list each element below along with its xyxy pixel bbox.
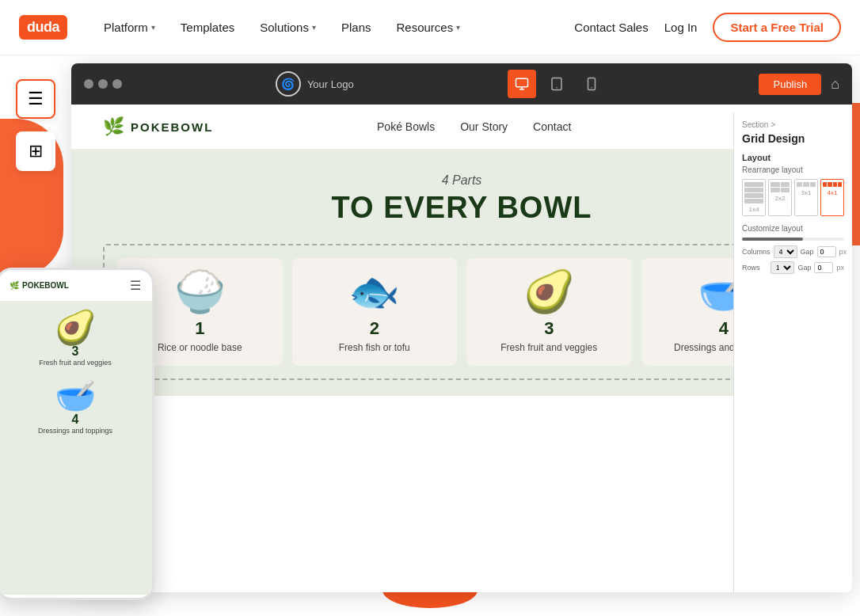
editor-topbar-right: Publish ⌂ xyxy=(759,74,839,95)
website-logo: 🌿 POKEBOWL xyxy=(103,116,213,137)
columns-select[interactable]: 4123 xyxy=(774,245,797,258)
item-num-1: 1 xyxy=(195,318,204,339)
start-free-trial-button[interactable]: Start a Free Trial xyxy=(713,13,841,42)
layout-bar xyxy=(803,182,809,187)
bowl-grid: 🍚 1 Rice or noodle base 🐟 2 Fresh fish o… xyxy=(103,244,820,380)
layout-1x4[interactable]: 1x4 xyxy=(742,179,766,216)
device-switcher xyxy=(508,70,606,98)
editor-logo-text: Your Logo xyxy=(307,78,354,90)
rows-field-row: Rows 123 Gap px xyxy=(742,261,844,274)
navbar: duda Platform ▾ Templates Solutions ▾ Pl… xyxy=(0,0,860,55)
customize-bar-row xyxy=(742,238,844,241)
layout-options: 1x4 2x2 3 xyxy=(742,179,844,216)
bowl-subtitle: 4 Parts xyxy=(103,173,820,188)
layout-bar xyxy=(781,188,790,192)
panel-rearrange-label: Rearrange layout xyxy=(742,165,844,174)
dot-1 xyxy=(84,79,93,89)
item-label-1: Rice or noodle base xyxy=(158,342,242,353)
row-gap-label: Gap xyxy=(797,264,812,272)
layout-bar xyxy=(744,182,763,187)
bowl-item-3: 🥑 3 Fresh fruit and veggies xyxy=(466,258,632,366)
mobile-device-button[interactable] xyxy=(577,70,606,98)
bowl-title: TO EVERY BOWL xyxy=(103,191,820,225)
pokebowl-logo-text: POKEBOWL xyxy=(131,120,213,134)
panel-customize-label: Customize layout xyxy=(742,224,844,233)
layout-bar xyxy=(828,182,831,187)
panel-breadcrumb[interactable]: Section > xyxy=(742,120,844,129)
svg-point-4 xyxy=(556,87,557,89)
layout-4x1[interactable]: 4x1 xyxy=(820,179,844,216)
mobile-item-label-4: Dressings and toppings xyxy=(8,427,143,435)
nav-logo[interactable]: duda xyxy=(19,15,67,40)
site-logo-placeholder: 🌀 xyxy=(276,71,301,97)
tablet-device-button[interactable] xyxy=(542,70,571,98)
layout-bar xyxy=(838,182,842,187)
rows-label: Rows xyxy=(742,264,767,272)
nav-link-resources[interactable]: Resources ▾ xyxy=(385,14,471,40)
main-content: ☰ ⊞ 🌀 Your Logo xyxy=(0,55,860,616)
mobile-logo-text: POKEBOWL xyxy=(22,281,69,290)
mobile-header: 🌿 POKEBOWL ☰ xyxy=(0,270,152,302)
item-label-2: Fresh fish or tofu xyxy=(339,342,410,353)
window-dots xyxy=(84,79,122,89)
mobile-item-label-3: Fresh fruit and veggies xyxy=(8,359,143,367)
layout-bar xyxy=(771,188,780,192)
website-nav-poke-bowls[interactable]: Poké Bowls xyxy=(377,120,435,133)
bowl-item-2: 🐟 2 Fresh fish or tofu xyxy=(292,258,458,366)
website-nav-contact[interactable]: Contact xyxy=(533,120,571,133)
mobile-logo: 🌿 POKEBOWL xyxy=(10,281,69,290)
mobile-bowl-icon: 🥣 xyxy=(8,379,143,413)
customize-slider-fill xyxy=(742,238,803,241)
nav-links: Platform ▾ Templates Solutions ▾ Plans R… xyxy=(93,14,574,40)
home-icon[interactable]: ⌂ xyxy=(831,76,839,93)
chevron-down-icon: ▾ xyxy=(151,23,155,32)
sidebar-widgets-button[interactable]: ⊞ xyxy=(16,131,55,171)
item-num-2: 2 xyxy=(370,318,379,339)
pokebowl-logo-icon: 🌿 xyxy=(103,116,124,137)
login-link[interactable]: Log In xyxy=(664,21,698,34)
row-gap-input[interactable] xyxy=(814,262,833,273)
layout-num: 1x4 xyxy=(744,206,763,213)
chevron-down-icon: ▾ xyxy=(312,23,316,32)
layout-bar xyxy=(744,193,763,198)
layout-num: 3x1 xyxy=(797,189,816,196)
mobile-logo-icon: 🌿 xyxy=(10,281,19,290)
customize-slider xyxy=(742,238,844,241)
layout-bar xyxy=(781,182,790,187)
mobile-menu-icon[interactable]: ☰ xyxy=(130,278,141,293)
columns-field-row: Columns 4123 Gap px xyxy=(742,245,844,258)
panel-title: Grid Design xyxy=(742,132,844,145)
sidebar-layers-button[interactable]: ☰ xyxy=(16,79,55,119)
layout-bar xyxy=(823,182,827,187)
mobile-preview: 🌿 POKEBOWL ☰ 🥑 3 Fresh fruit and veggies… xyxy=(0,268,154,600)
nav-right: Contact Sales Log In Start a Free Trial xyxy=(574,13,841,42)
website-nav-our-story[interactable]: Our Story xyxy=(460,120,508,133)
layout-bar xyxy=(744,199,763,203)
layout-num: 2x2 xyxy=(771,195,790,202)
avocado-icon: 🥑 xyxy=(523,271,575,312)
contact-sales-link[interactable]: Contact Sales xyxy=(574,21,648,34)
col-gap-input[interactable] xyxy=(817,246,836,257)
layout-3x1[interactable]: 3x1 xyxy=(794,179,818,216)
nav-link-platform[interactable]: Platform ▾ xyxy=(93,14,166,40)
mobile-item-4: 🥣 4 Dressings and toppings xyxy=(8,379,143,435)
panel-layout-section: Layout xyxy=(742,153,844,162)
item-num-4: 4 xyxy=(719,318,729,339)
mobile-content: 🥑 3 Fresh fruit and veggies 🥣 4 Dressing… xyxy=(0,302,152,595)
layout-bar xyxy=(833,182,837,187)
row-gap-unit: px xyxy=(836,264,844,272)
nav-link-solutions[interactable]: Solutions ▾ xyxy=(249,14,327,40)
layout-bar xyxy=(797,182,802,187)
publish-button[interactable]: Publish xyxy=(759,74,821,95)
desktop-device-button[interactable] xyxy=(508,70,536,98)
nav-link-templates[interactable]: Templates xyxy=(169,14,245,40)
mobile-item-3: 🥑 3 Fresh fruit and veggies xyxy=(8,311,143,367)
nav-link-plans[interactable]: Plans xyxy=(330,14,382,40)
editor-logo-area: 🌀 Your Logo xyxy=(276,71,354,97)
chevron-down-icon: ▾ xyxy=(456,23,460,32)
mobile-avocado-icon: 🥑 xyxy=(8,311,143,344)
logo-text: duda xyxy=(19,15,67,40)
col-gap-label: Gap xyxy=(801,248,814,256)
rows-select[interactable]: 123 xyxy=(771,261,794,274)
layout-2x2[interactable]: 2x2 xyxy=(768,179,792,216)
